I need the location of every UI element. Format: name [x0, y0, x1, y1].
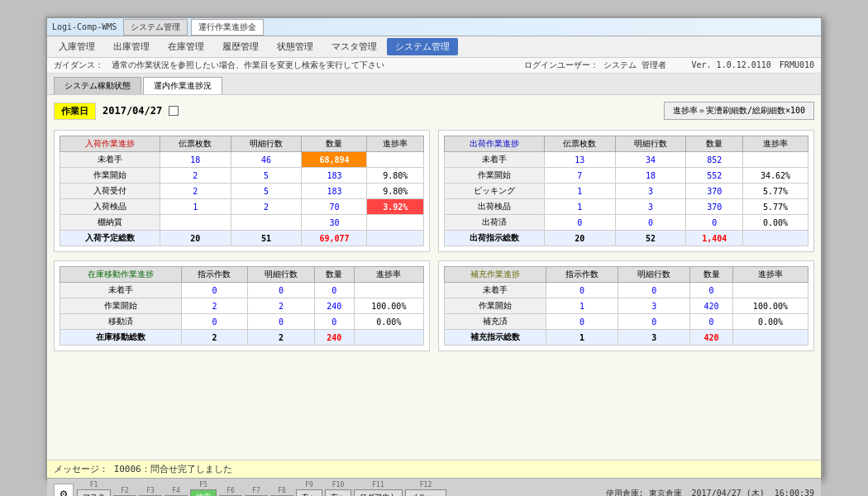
- work-date-checkbox[interactable]: [169, 106, 179, 116]
- transfer-total-c2: 2: [248, 330, 315, 346]
- inbound-total-c4: [367, 231, 424, 246]
- outbound-table: 出荷作業進捗 伝票枚数 明細行数 数量 進捗率 未着手 13 34 852: [444, 136, 808, 246]
- user-info: ログインユーザー： システム 管理者: [524, 60, 666, 69]
- replenish-row2-label: 補充済: [445, 314, 546, 330]
- fn-f10-group: F10 右へ: [325, 481, 351, 496]
- outbound-col4: 進捗率: [742, 136, 808, 152]
- inbound-total-c1: 20: [160, 231, 231, 246]
- table-row: 作業開始 1 3 420 100.00%: [445, 298, 808, 314]
- transfer-col4: 進捗率: [354, 267, 423, 283]
- outbound-row1-label: 作業開始: [445, 168, 545, 184]
- table-row: 作業開始 7 18 552 34.62%: [445, 168, 808, 184]
- replenish-row1-c1: 1: [546, 298, 618, 314]
- fn-f5-button[interactable]: 検索: [190, 489, 217, 496]
- fn-f1-button[interactable]: マスタ: [77, 489, 111, 496]
- transfer-row2-c2: 0: [248, 314, 315, 330]
- menu-status[interactable]: 状態管理: [269, 38, 322, 55]
- inbound-row4-c1: [160, 215, 231, 231]
- fn-f6-key: F6: [227, 487, 235, 494]
- fn-f8-group: F8: [270, 487, 293, 497]
- inbound-row2-c2: 5: [231, 184, 302, 199]
- outbound-row3-c3: 370: [686, 199, 742, 215]
- table-row: 入荷受付 2 5 183 9.80%: [60, 184, 424, 199]
- replenish-total-row: 補充指示総数 1 3 420: [445, 330, 808, 346]
- transfer-row1-c4: 100.00%: [354, 298, 423, 314]
- inbound-col3: 数量: [302, 136, 367, 152]
- menu-system[interactable]: システム管理: [387, 38, 458, 55]
- message-label: メッセージ：: [54, 464, 108, 475]
- panels-grid: 入荷作業進捗 伝票枚数 明細行数 数量 進捗率 未着手 18 46 68,894: [54, 130, 814, 351]
- transfer-row0-c4: [354, 283, 423, 298]
- replenish-row0-label: 未着手: [445, 283, 546, 298]
- replenish-title: 補充作業進捗: [445, 267, 546, 283]
- table-row: 出荷検品 1 3 370 5.77%: [445, 199, 808, 215]
- fn-buttons-wrapper: F1 マスタ F2 F3 F4 F5 検索 F6: [77, 481, 446, 496]
- table-row: 作業開始 2 5 183 9.80%: [60, 168, 424, 184]
- fn-f9-button[interactable]: 左へ: [296, 489, 322, 496]
- inbound-row1-c4: 9.80%: [367, 168, 424, 184]
- transfer-total-c4: [354, 330, 423, 346]
- fn-f10-button[interactable]: 右へ: [325, 489, 351, 496]
- menu-inventory[interactable]: 在庫管理: [160, 38, 212, 55]
- inbound-row4-label: 棚納質: [60, 215, 160, 231]
- outbound-row0-c2: 34: [615, 152, 686, 168]
- outbound-row4-c4: 0.00%: [742, 215, 808, 231]
- inbound-title: 入荷作業進捗: [60, 136, 160, 152]
- replenish-col3: 数量: [690, 267, 733, 283]
- guidance-text: ガイダンス： 通常の作業状況を参照したい場合、作業目を変更し検索を実行して下さい: [54, 60, 384, 71]
- transfer-row0-label: 未着手: [60, 283, 182, 298]
- transfer-row1-c2: 2: [248, 298, 315, 314]
- inbound-row1-c3: 183: [302, 168, 367, 184]
- fn-f2-key: F2: [121, 487, 129, 494]
- guidance-bar: ガイダンス： 通常の作業状況を参照したい場合、作業目を変更し検索を実行して下さい…: [47, 58, 821, 74]
- fn-f11-button[interactable]: ログアウト: [354, 489, 403, 496]
- inbound-row3-c3: 70: [302, 199, 367, 215]
- replenish-row0-c4: [732, 283, 808, 298]
- outbound-row3-c4: 5.77%: [742, 199, 808, 215]
- transfer-total-c1: 2: [181, 330, 248, 346]
- inbound-row4-c4: [367, 215, 424, 231]
- outbound-row2-c3: 370: [686, 184, 742, 199]
- outbound-total-row: 出荷指示総数 20 52 1,404: [445, 231, 808, 246]
- table-row: 未着手 13 34 852: [445, 152, 808, 168]
- fn-f12-group: F12 メニュー: [405, 481, 446, 496]
- outbound-col2: 明細行数: [615, 136, 686, 152]
- fn-f11-group: F11 ログアウト: [354, 481, 403, 496]
- fn-f12-button[interactable]: メニュー: [405, 489, 446, 496]
- transfer-row1-c3: 240: [314, 298, 354, 314]
- inbound-total-c2: 51: [231, 231, 302, 246]
- tab-system-status[interactable]: システム稼動状態: [54, 77, 141, 94]
- outbound-col3: 数量: [686, 136, 742, 152]
- menu-bar: 入庫管理 出庫管理 在庫管理 履歴管理 状態管理 マスタ管理 システム管理: [47, 36, 821, 58]
- table-row: 未着手 0 0 0: [60, 283, 424, 298]
- outbound-row0-c1: 13: [544, 152, 615, 168]
- transfer-total-label: 在庫移動総数: [60, 330, 182, 346]
- inbound-row3-label: 入荷検品: [60, 199, 160, 215]
- table-row: 作業開始 2 2 240 100.00%: [60, 298, 424, 314]
- table-row: ピッキング 1 3 370 5.77%: [445, 184, 808, 199]
- outbound-row2-c1: 1: [544, 184, 615, 199]
- inbound-col1: 伝票枚数: [160, 136, 231, 152]
- menu-history[interactable]: 履歴管理: [214, 38, 267, 55]
- transfer-row1-c1: 2: [181, 298, 248, 314]
- tab-work-progress[interactable]: 運内作業進捗況: [143, 77, 222, 94]
- fn-f1-key: F1: [90, 481, 98, 489]
- work-date-value: 2017/04/27: [103, 105, 162, 117]
- outbound-panel: 出荷作業進捗 伝票枚数 明細行数 数量 進捗率 未着手 13 34 852: [438, 130, 814, 252]
- outbound-row4-c1: 0: [544, 215, 615, 231]
- outbound-row3-c1: 1: [544, 199, 615, 215]
- replenish-row1-label: 作業開始: [445, 298, 546, 314]
- inbound-row4-c3: 30: [302, 215, 367, 231]
- replenish-row1-c2: 3: [618, 298, 690, 314]
- app-logo-icon: ⚙: [54, 484, 74, 497]
- transfer-row2-label: 移動済: [60, 314, 182, 330]
- title-bar: Logi-Comp-WMS システム管理 運行作業進捗金: [47, 18, 821, 36]
- title-tab2[interactable]: 運行作業進捗金: [191, 19, 264, 36]
- transfer-total-c3: 240: [314, 330, 354, 346]
- menu-inbound[interactable]: 入庫管理: [50, 38, 103, 55]
- menu-outbound[interactable]: 出庫管理: [105, 38, 158, 55]
- fn-f4-key: F4: [172, 487, 180, 494]
- title-tab1[interactable]: システム管理: [123, 19, 188, 36]
- menu-master[interactable]: マスタ管理: [323, 38, 385, 55]
- outbound-row3-c2: 3: [615, 199, 686, 215]
